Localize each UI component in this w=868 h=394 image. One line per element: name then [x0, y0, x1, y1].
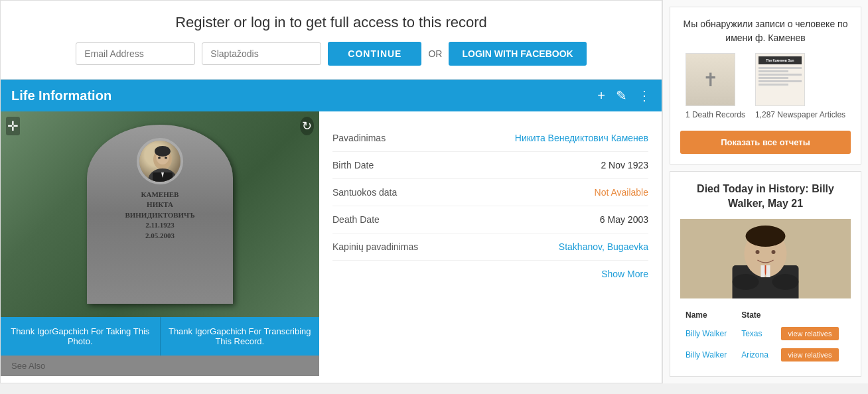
grave-photo-inner: КАМЕНЕВНИКТАВИНИДИКТОВИЧЪ2.11.19232.05.2…: [1, 111, 319, 317]
label-deathdate: Death Date: [332, 214, 380, 225]
or-text: OR: [428, 48, 442, 59]
newspaper-line-4: [759, 77, 789, 79]
value-pavadinimas: Никита Венедиктович Каменев: [515, 133, 648, 143]
info-row-deathdate: Death Date 6 May 2003: [332, 206, 648, 233]
more-icon[interactable]: ⋮: [638, 88, 651, 103]
register-banner: Register or log in to get full access to…: [1, 1, 662, 80]
info-row-birthdate: Birth Date 2 Nov 1923: [332, 152, 648, 179]
row-state[interactable]: Texas: [737, 324, 776, 344]
sidebar: Мы обнаружили записи о человеке по имени…: [662, 0, 868, 383]
died-today-panel: Died Today in History: Billy Walker, May…: [670, 171, 861, 377]
gravestone: КАМЕНЕВНИКТАВИНИДИКТОВИЧЪ2.11.19232.05.2…: [87, 125, 233, 304]
records-grid: ✝ 1 Death Records The Каменев Sun: [680, 53, 851, 121]
svg-rect-15: [761, 265, 765, 277]
row-action[interactable]: view relatives: [777, 345, 849, 365]
label-kapinių: Kapinių pavadinimas: [332, 241, 418, 252]
died-today-title: Died Today in History: Billy Walker, May…: [680, 182, 851, 212]
row-action[interactable]: view relatives: [777, 324, 849, 344]
newspaper-line-1: [759, 67, 802, 69]
photo-section: КАМЕНЕВНИКТАВИНИДИКТОВИЧЪ2.11.19232.05.2…: [1, 111, 319, 376]
newspaper-thumb-inner: The Каменев Sun: [756, 54, 804, 105]
newspaper-records-item[interactable]: The Каменев Sun 1,2: [755, 53, 845, 121]
value-birthdate: 2 Nov 1923: [601, 160, 648, 170]
svg-point-12: [756, 250, 760, 254]
col-state-header: State: [737, 308, 776, 322]
records-panel-title: Мы обнаружили записи о человеке по имени…: [680, 17, 851, 45]
info-section: Pavadinimas Никита Венедиктович Каменев …: [319, 111, 662, 376]
death-thumb-inner: ✝: [686, 54, 735, 105]
thank-photo-button[interactable]: Thank IgorGapchich For Taking This Photo…: [1, 317, 161, 356]
gravestone-text: КАМЕНЕВНИКТАВИНИДИКТОВИЧЪ2.11.19232.05.2…: [125, 190, 194, 241]
refresh-icon[interactable]: ↻: [300, 117, 314, 135]
move-icon[interactable]: ✛: [6, 117, 20, 135]
value-deathdate: 6 May 2003: [600, 214, 648, 225]
newspaper-header-bar: The Каменев Sun: [759, 56, 802, 64]
svg-point-18: [772, 274, 799, 290]
newspaper-thumbnail: The Каменев Sun: [755, 53, 805, 106]
continue-button[interactable]: CONTINUE: [328, 42, 421, 66]
relatives-table: Name State Billy Walker Texas view relat…: [680, 306, 851, 366]
info-row-kapinių: Kapinių pavadinimas Stakhanov, Bugaevka: [332, 233, 648, 261]
newspaper-lines: [759, 67, 802, 86]
newspaper-count: 1,287 Newspaper Articles: [755, 110, 845, 121]
password-field[interactable]: [202, 42, 321, 65]
show-more-button[interactable]: Show More: [332, 261, 648, 287]
death-records-item[interactable]: ✝ 1 Death Records: [686, 53, 745, 121]
view-relatives-button[interactable]: view relatives: [781, 348, 838, 361]
facebook-login-button[interactable]: LOGIN WITH FACEBOOK: [449, 42, 586, 66]
register-form: CONTINUE OR LOGIN WITH FACEBOOK: [14, 42, 648, 66]
newspaper-line-2: [759, 70, 789, 72]
records-panel: Мы обнаружили записи о человеке по имени…: [670, 7, 861, 164]
svg-point-3: [155, 146, 171, 157]
thank-you-bars: Thank IgorGapchich For Taking This Photo…: [1, 317, 319, 356]
gravestone-portrait: [137, 138, 183, 184]
grave-photo: КАМЕНЕВНИКТАВИНИДИКТОВИЧЪ2.11.19232.05.2…: [1, 111, 319, 317]
show-reports-button[interactable]: Показать все отчеты: [680, 131, 851, 154]
life-info-title: Life Information: [11, 88, 111, 103]
portrait-image: [139, 141, 181, 182]
svg-rect-16: [766, 265, 770, 277]
record-content: КАМЕНЕВНИКТАВИНИДИКТОВИЧЪ2.11.19232.05.2…: [1, 111, 662, 376]
row-name[interactable]: Billy Walker: [682, 324, 736, 344]
info-row-santuokos: Santuokos data Not Available: [332, 179, 648, 206]
table-header-row: Name State: [682, 308, 849, 322]
see-also-label: See Also: [11, 361, 45, 371]
svg-point-4: [158, 157, 161, 159]
header-actions: + ✎ ⋮: [597, 88, 651, 103]
newspaper-line-6: [759, 84, 789, 86]
life-info-header: Life Information + ✎ ⋮: [1, 80, 662, 111]
email-field[interactable]: [76, 42, 195, 65]
death-count: 1 Death Records: [686, 110, 745, 121]
label-birthdate: Birth Date: [332, 160, 374, 170]
info-row-pavadinimas: Pavadinimas Никита Венедиктович Каменев: [332, 125, 648, 152]
svg-point-17: [733, 274, 759, 290]
label-santuokos: Santuokos data: [332, 187, 397, 198]
col-action-header: [777, 308, 849, 322]
add-icon[interactable]: +: [597, 88, 605, 103]
edit-icon[interactable]: ✎: [616, 88, 627, 103]
svg-point-13: [772, 250, 776, 254]
value-kapinių[interactable]: Stakhanov, Bugaevka: [559, 241, 648, 252]
newspaper-line-5: [759, 80, 802, 82]
svg-point-11: [746, 226, 786, 247]
thank-transcribe-button[interactable]: Thank IgorGapchich For Transcribing This…: [161, 317, 320, 356]
cross-icon: ✝: [703, 69, 718, 91]
death-thumbnail: ✝: [686, 53, 735, 106]
died-today-image: [680, 219, 851, 298]
table-row: Billy Walker Arizona view relatives: [682, 345, 849, 365]
value-santuokos: Not Available: [595, 187, 648, 198]
label-pavadinimas: Pavadinimas: [332, 133, 386, 143]
register-title: Register or log in to get full access to…: [14, 14, 648, 31]
view-relatives-button[interactable]: view relatives: [781, 327, 838, 340]
svg-point-5: [165, 157, 167, 159]
newspaper-line-3: [759, 74, 802, 76]
table-row: Billy Walker Texas view relatives: [682, 324, 849, 344]
newspaper-header-text: The Каменев Sun: [766, 58, 794, 62]
see-also: See Also: [1, 356, 319, 376]
row-name[interactable]: Billy Walker: [682, 345, 736, 365]
col-name-header: Name: [682, 308, 736, 322]
row-state[interactable]: Arizona: [737, 345, 776, 365]
